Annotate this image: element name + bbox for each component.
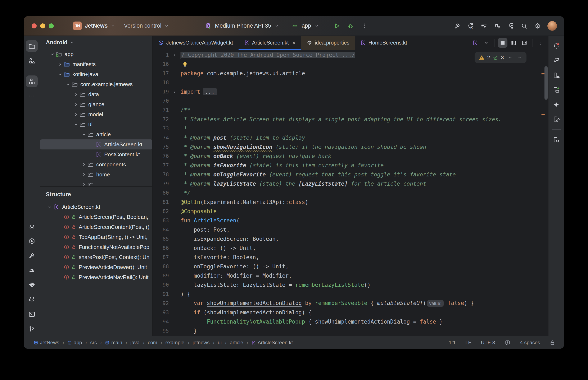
gemini-tool-button[interactable]: [550, 99, 562, 110]
zoom-window-button[interactable]: [49, 23, 54, 28]
device-selector[interactable]: Medium Phone API 35: [215, 22, 271, 29]
sync-gradle-button[interactable]: [506, 21, 516, 31]
search-everywhere-button[interactable]: [519, 21, 529, 31]
notifications-tool-button[interactable]: [550, 40, 562, 52]
user-avatar[interactable]: [547, 21, 557, 31]
tree-toggle-icon[interactable]: [81, 183, 87, 187]
resource-manager-tool-button[interactable]: [26, 55, 38, 66]
tree-item-model[interactable]: model: [40, 109, 152, 119]
encoding[interactable]: UTF-8: [481, 340, 495, 345]
next-problem-button[interactable]: [517, 55, 522, 60]
tab-ArticleScreen.kt[interactable]: ArticleScreen.kt×: [239, 36, 301, 50]
minimize-window-button[interactable]: [40, 23, 45, 28]
tree-item-clipped[interactable]: [40, 180, 152, 187]
device-explorer-tool-button[interactable]: [550, 134, 562, 146]
fold-region-icon[interactable]: [169, 53, 181, 57]
project-menu[interactable]: JetNews: [85, 22, 108, 29]
run-config-selector[interactable]: app: [302, 22, 311, 29]
tree-toggle-icon[interactable]: [46, 205, 53, 209]
structure-item-sharePost[interactable]: fsharePost(Post, Context): Un: [40, 252, 152, 262]
more-tool-windows-tool-button[interactable]: [26, 90, 38, 102]
tree-item-glance[interactable]: glance: [40, 99, 152, 109]
device-mirror-tool-button[interactable]: [550, 113, 562, 125]
build-hammer-button[interactable]: [452, 21, 463, 31]
breadcrumb-ui[interactable]: ui: [218, 340, 222, 345]
breadcrumb-src[interactable]: src: [90, 340, 97, 345]
hidden-tabs-kotlin-button[interactable]: [470, 38, 480, 48]
tree-toggle-icon[interactable]: [57, 62, 64, 66]
project-tool-button[interactable]: [26, 40, 38, 52]
run-button[interactable]: [332, 21, 342, 31]
profiler-tool-button[interactable]: [26, 265, 38, 276]
terminal-tool-button[interactable]: [26, 308, 38, 320]
breadcrumb-article[interactable]: article: [230, 340, 243, 345]
tree-toggle-icon[interactable]: [73, 92, 80, 96]
tree-toggle-icon[interactable]: [57, 72, 64, 76]
tree-toggle-icon[interactable]: [81, 162, 87, 167]
tree-item-app[interactable]: app: [40, 49, 152, 59]
tree-item-kotlin+java[interactable]: kotlin+java: [40, 69, 152, 79]
close-window-button[interactable]: [32, 23, 37, 28]
read-only-toggle-icon[interactable]: [550, 340, 555, 345]
inspections-widget[interactable]: 2 3: [475, 52, 527, 63]
tab-HomeScreens.kt[interactable]: HomeScreens.kt: [355, 36, 413, 50]
warning-stripe-mark[interactable]: [541, 114, 545, 115]
breadcrumb-app[interactable]: app: [67, 340, 82, 345]
tree-item-PostContent.kt[interactable]: PostContent.kt: [40, 150, 152, 159]
breadcrumb-example[interactable]: example: [165, 340, 184, 345]
structure-item-PreviewArticleDrawer[interactable]: fPreviewArticleDrawer(): Unit: [40, 262, 152, 272]
tree-item-data[interactable]: data: [40, 89, 152, 99]
tree-toggle-icon[interactable]: [81, 132, 87, 137]
tree-toggle-icon[interactable]: [73, 102, 80, 107]
vcs-menu[interactable]: Version control: [124, 22, 162, 29]
tree-toggle-icon[interactable]: [81, 172, 87, 177]
structure-item-ArticleScreen[interactable]: fArticleScreen(Post, Boolean,: [40, 212, 152, 222]
close-tab-icon[interactable]: ×: [292, 40, 296, 46]
tab-JetnewsGlanceAppWidget.kt[interactable]: JetnewsGlanceAppWidget.kt: [153, 36, 239, 50]
code-editor[interactable]: 1/ Copyright 2020 The Android Open Sourc…: [153, 50, 548, 336]
editor-scrollbar[interactable]: [545, 66, 547, 100]
structure-item-ArticleScreenContent[interactable]: fArticleScreenContent(Post, (): [40, 222, 152, 232]
breadcrumb-main[interactable]: main: [105, 340, 122, 345]
structure-file-row[interactable]: ArticleScreen.kt: [40, 202, 152, 212]
project-view-selector[interactable]: Android: [46, 39, 67, 46]
app-inspection-tool-button[interactable]: [26, 235, 38, 247]
breadcrumb-java[interactable]: java: [130, 340, 140, 345]
logcat-tool-button[interactable]: [26, 294, 38, 305]
design-view-button[interactable]: [520, 38, 529, 48]
gradle-tool-button[interactable]: [550, 55, 562, 66]
code-view-button[interactable]: [498, 38, 507, 48]
tree-toggle-icon[interactable]: [73, 112, 80, 117]
breadcrumb-com[interactable]: com: [148, 340, 157, 345]
debug-button[interactable]: [345, 21, 356, 31]
tree-item-com.example.jetnews[interactable]: com.example.jetnews: [40, 79, 152, 89]
profiler-button[interactable]: [479, 21, 489, 31]
breadcrumb-JetNews[interactable]: JetNews: [34, 340, 59, 345]
more-run-options-button[interactable]: [359, 21, 370, 31]
tree-item-ui[interactable]: ui: [40, 119, 152, 129]
breadcrumb-jetnews[interactable]: jetnews: [193, 340, 209, 345]
line-separator[interactable]: LF: [465, 340, 471, 345]
structure-item-PreviewArticleNavRail[interactable]: fPreviewArticleNavRail(): Unit: [40, 272, 152, 282]
tree-toggle-icon[interactable]: [65, 82, 72, 87]
split-view-button[interactable]: [509, 38, 518, 48]
caret-position[interactable]: 1:1: [449, 340, 456, 345]
structure-item-FunctionalityNotAvailablePop[interactable]: fFunctionalityNotAvailablePop: [40, 242, 152, 252]
tree-item-components[interactable]: components: [40, 159, 152, 170]
structure-item-TopAppBar[interactable]: fTopAppBar(String, () -> Unit,: [40, 232, 152, 242]
build-tool-button[interactable]: [26, 250, 38, 262]
indent-style[interactable]: 4 spaces: [520, 340, 540, 345]
version-control-tool-button[interactable]: [26, 323, 38, 335]
tree-item-home[interactable]: home: [40, 170, 152, 180]
device-manager-tool-button[interactable]: [550, 69, 562, 81]
tab-options-button[interactable]: [536, 38, 546, 48]
tree-item-manifests[interactable]: manifests: [40, 59, 152, 69]
tree-toggle-icon[interactable]: [73, 122, 80, 127]
settings-button[interactable]: [532, 21, 543, 31]
app-quality-insights-tool-button[interactable]: [26, 221, 38, 232]
tree-item-ArticleScreen.kt[interactable]: ArticleScreen.kt: [40, 139, 152, 150]
breadcrumb-ArticleScreen.kt[interactable]: ArticleScreen.kt: [251, 340, 293, 345]
hidden-tabs-dropdown-button[interactable]: [481, 38, 491, 48]
prev-problem-button[interactable]: [508, 55, 513, 60]
running-devices-tool-button[interactable]: [550, 84, 562, 96]
